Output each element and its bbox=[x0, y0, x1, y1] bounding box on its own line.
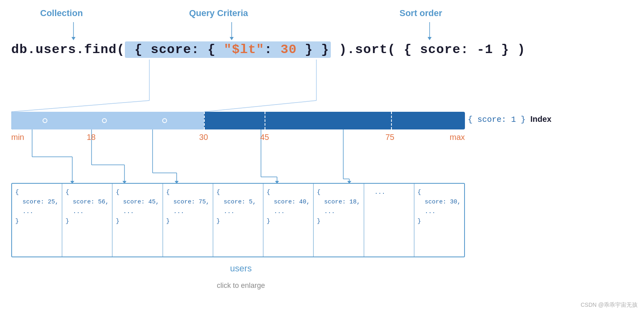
svg-marker-5 bbox=[428, 37, 432, 40]
svg-marker-1 bbox=[71, 37, 75, 40]
watermark: CSDN @乖乖宇宙无孩 bbox=[581, 302, 638, 309]
main-container: Collection Query Criteria Sort order db.… bbox=[0, 0, 644, 312]
dashed-line-30 bbox=[204, 112, 205, 129]
axis-min: min bbox=[11, 133, 24, 142]
collection-label: Collection bbox=[40, 8, 83, 18]
dashed-line-75 bbox=[391, 112, 392, 129]
doc-cell-7-empty: ... bbox=[364, 184, 414, 257]
index-dot-3 bbox=[162, 118, 167, 123]
code-prefix: db.users.find( bbox=[11, 42, 125, 57]
code-suffix: ).sort( { score: -1 } ) bbox=[331, 42, 526, 57]
code-value: 30 bbox=[281, 42, 297, 57]
dashed-line-45 bbox=[265, 112, 265, 129]
doc-cell-4: { score: 5, ... } bbox=[213, 184, 263, 257]
axis-max: max bbox=[450, 133, 465, 142]
axis-18: 18 bbox=[87, 133, 96, 142]
index-code-label: { score: 1 } bbox=[468, 115, 526, 124]
index-text-label: Index bbox=[530, 115, 551, 123]
code-line: db.users.find( { score: { "$lt": 30 } } … bbox=[11, 42, 526, 57]
doc-cell-8: { score: 30, ... } bbox=[414, 184, 464, 257]
svg-marker-3 bbox=[230, 37, 234, 40]
code-operator: "$lt" bbox=[224, 42, 264, 57]
doc-cell-5: { score: 40, ... } bbox=[263, 184, 314, 257]
index-dot-2 bbox=[102, 118, 107, 123]
svg-line-9 bbox=[204, 101, 316, 112]
document-grid: { score: 25, ... } { score: 56, ... } { … bbox=[11, 183, 465, 257]
doc-cell-3: { score: 75, ... } bbox=[163, 184, 213, 257]
index-label: { score: 1 } Index bbox=[468, 115, 551, 124]
index-dot-1 bbox=[43, 118, 47, 123]
doc-cell-6: { score: 18, ... } bbox=[314, 184, 364, 257]
index-bar-light bbox=[11, 112, 204, 129]
svg-line-7 bbox=[11, 101, 149, 112]
click-to-enlarge[interactable]: click to enlarge bbox=[201, 281, 281, 290]
doc-cell-0: { score: 25, ... } bbox=[12, 184, 62, 257]
axis-45: 45 bbox=[260, 133, 269, 142]
doc-cell-1: { score: 56, ... } bbox=[62, 184, 112, 257]
users-label: users bbox=[201, 263, 281, 274]
query-criteria-label: Query Criteria bbox=[189, 8, 248, 18]
sort-order-label: Sort order bbox=[399, 8, 442, 18]
code-highlighted: { score: { "$lt": 30 } } bbox=[125, 41, 331, 58]
doc-cell-2: { score: 45, ... } bbox=[112, 184, 163, 257]
axis-30: 30 bbox=[199, 133, 208, 142]
axis-75: 75 bbox=[385, 133, 394, 142]
